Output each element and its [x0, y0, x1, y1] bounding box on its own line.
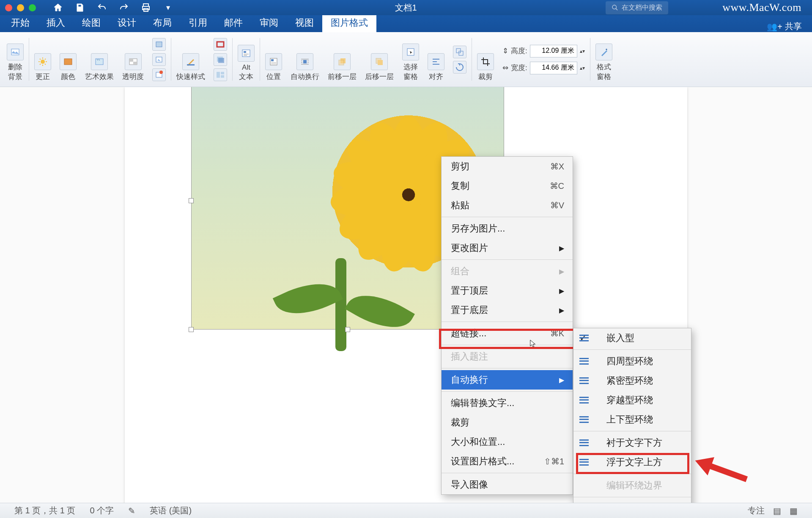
corrections-button[interactable]: 更正: [30, 35, 55, 83]
wrap-behind-text[interactable]: 衬于文字下方: [573, 433, 691, 453]
home-icon[interactable]: [53, 3, 63, 13]
tab-mailings[interactable]: 邮件: [216, 14, 251, 32]
close-window[interactable]: [5, 4, 12, 11]
ctx-save-as-picture[interactable]: 另存为图片...: [442, 219, 573, 238]
color-button[interactable]: 颜色: [55, 35, 81, 83]
bring-forward-button[interactable]: 前移一层: [324, 35, 361, 83]
focus-mode[interactable]: 专注: [748, 505, 765, 516]
wrap-text-button[interactable]: 自动换行: [286, 35, 324, 83]
wrap-submenu: ✓嵌入型 四周型环绕 紧密型环绕 穿越型环绕 上下型环绕 衬于文字下方 浮于文字…: [573, 328, 691, 518]
rotate-button[interactable]: [453, 61, 466, 74]
ctx-copy[interactable]: 复制⌘C: [442, 176, 573, 196]
minimize-window[interactable]: [17, 4, 24, 11]
svg-rect-26: [303, 60, 307, 63]
position-button[interactable]: 位置: [261, 35, 286, 83]
height-input[interactable]: [530, 45, 577, 57]
context-menu: 剪切⌘X 复制⌘C 粘贴⌘V 另存为图片... 更改图片▶ 组合▶ 置于顶层▶ …: [441, 156, 573, 495]
titlebar: ▾ 文档1 在文档中搜索 www.MacW.com: [0, 0, 812, 15]
width-icon: ⇔: [502, 63, 508, 72]
wrap-icon: [579, 377, 589, 384]
remove-background-button[interactable]: 删除 背景: [3, 35, 28, 83]
undo-icon[interactable]: [97, 3, 107, 13]
tab-review[interactable]: 审阅: [251, 14, 287, 32]
group-button[interactable]: [453, 46, 466, 58]
compress-button[interactable]: [152, 38, 166, 51]
picture-border-button[interactable]: [214, 38, 227, 51]
ctx-send-to-back[interactable]: 置于底层▶: [442, 300, 573, 320]
ctx-bring-to-front[interactable]: 置于顶层▶: [442, 281, 573, 300]
ctx-size-position[interactable]: 大小和位置...: [442, 432, 573, 452]
ctx-crop[interactable]: 裁剪: [442, 413, 573, 432]
ctx-format-picture[interactable]: 设置图片格式...⇧⌘1: [442, 452, 573, 471]
ctx-import-image[interactable]: 导入图像: [442, 475, 573, 494]
svg-rect-10: [133, 62, 137, 65]
ctx-cut[interactable]: 剪切⌘X: [442, 157, 573, 176]
ctx-insert-caption: 插入题注: [442, 347, 573, 366]
redo-icon[interactable]: [119, 3, 129, 13]
width-input[interactable]: [530, 62, 577, 74]
wrap-in-front-of-text[interactable]: 浮于文字上方: [573, 453, 691, 472]
word-count[interactable]: 0 个字: [90, 505, 114, 516]
ctx-change-picture[interactable]: 更改图片▶: [442, 238, 573, 258]
save-icon[interactable]: [75, 3, 85, 13]
tab-insert[interactable]: 插入: [38, 14, 74, 32]
wrap-through[interactable]: 穿越型环绕: [573, 390, 691, 410]
alt-text-button[interactable]: Alt 文本: [233, 35, 259, 83]
quick-access-toolbar: ▾: [53, 3, 173, 13]
language-indicator[interactable]: 英语 (美国): [150, 505, 192, 516]
transparency-button[interactable]: 透明度: [118, 35, 148, 83]
picture-layout-button[interactable]: [214, 68, 227, 81]
view-print-icon[interactable]: ▤: [773, 506, 781, 516]
ctx-hyperlink[interactable]: 超链接...⌘K: [442, 324, 573, 343]
change-picture-button[interactable]: [152, 53, 166, 66]
tab-picture-format[interactable]: 图片格式: [322, 14, 376, 32]
tab-home[interactable]: 开始: [3, 14, 38, 32]
size-group: ⇕高度:▴▾ ⇔宽度:▴▾: [498, 35, 589, 83]
wrap-icon: [579, 397, 589, 403]
tab-design[interactable]: 设计: [109, 14, 145, 32]
search-input[interactable]: 在文档中搜索: [606, 1, 668, 14]
tab-references[interactable]: 引用: [180, 14, 216, 32]
send-backward-button[interactable]: 后移一层: [361, 35, 398, 83]
format-pane-button[interactable]: 格式 窗格: [591, 35, 617, 83]
view-web-icon[interactable]: ▦: [790, 506, 798, 516]
customize-icon[interactable]: ▾: [163, 3, 173, 13]
artistic-effects-button[interactable]: 艺术效果: [81, 35, 118, 83]
page-indicator[interactable]: 第 1 页，共 1 页: [14, 505, 75, 516]
reset-picture-button[interactable]: [152, 68, 166, 81]
style-extras: [209, 35, 231, 83]
picture-effects-button[interactable]: [214, 53, 227, 66]
watermark-text: www.MacW.com: [722, 1, 801, 14]
ribbon-tabs: 开始 插入 绘图 设计 布局 引用 邮件 审阅 视图 图片格式 👥+共享: [0, 15, 812, 32]
print-icon[interactable]: [141, 3, 151, 13]
ctx-wrap-text[interactable]: 自动换行▶: [442, 370, 573, 390]
maximize-window[interactable]: [29, 4, 36, 11]
ctx-edit-alt-text[interactable]: 编辑替换文字...: [442, 393, 573, 413]
svg-rect-19: [217, 72, 220, 78]
wrap-top-bottom[interactable]: 上下型环绕: [573, 410, 691, 429]
share-button[interactable]: 👥+共享: [767, 21, 802, 32]
wrap-tight[interactable]: 紧密型环绕: [573, 371, 691, 390]
adjust-extras: [148, 35, 170, 83]
wrap-icon: [579, 335, 589, 341]
svg-rect-22: [242, 50, 250, 57]
status-bar: 第 1 页，共 1 页 0 个字 ✎ 英语 (美国) 专注 ▤ ▦: [0, 503, 812, 518]
selection-pane-button[interactable]: 选择 窗格: [398, 35, 423, 83]
ctx-paste[interactable]: 粘贴⌘V: [442, 196, 573, 215]
wrap-square[interactable]: 四周型环绕: [573, 352, 691, 371]
tab-draw[interactable]: 绘图: [74, 14, 109, 32]
tab-view[interactable]: 视图: [287, 14, 322, 32]
tab-layout[interactable]: 布局: [145, 14, 180, 32]
resize-handle-w[interactable]: [189, 198, 194, 203]
align-button[interactable]: 对齐: [423, 35, 449, 83]
crop-button[interactable]: 裁剪: [473, 35, 498, 83]
svg-rect-4: [11, 49, 19, 55]
wrap-inline[interactable]: ✓嵌入型: [573, 328, 691, 348]
spellcheck-icon[interactable]: ✎: [128, 506, 135, 516]
resize-handle-s[interactable]: [345, 327, 350, 332]
window-controls: [5, 4, 36, 11]
quick-styles-button[interactable]: 快速样式: [172, 35, 209, 83]
wrap-icon: [579, 358, 589, 365]
height-icon: ⇕: [502, 46, 508, 55]
resize-handle-sw[interactable]: [189, 327, 194, 332]
